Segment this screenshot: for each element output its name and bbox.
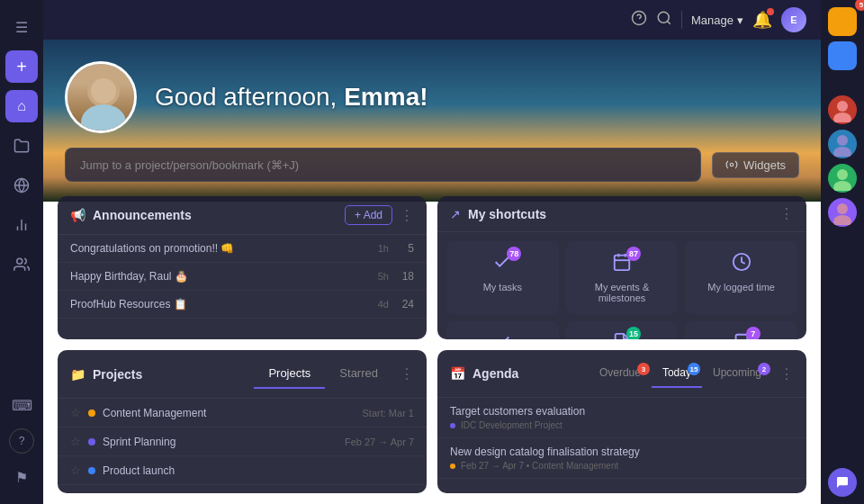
svg-point-20 <box>833 112 851 122</box>
project-date-1: Start: Mar 1 <box>363 408 414 418</box>
bookmarks-badge: 7 <box>746 327 760 339</box>
shortcuts-title: My shortcuts <box>468 207 546 221</box>
workspace-square-blue[interactable] <box>828 41 857 70</box>
tasks-badge: 78 <box>507 247 521 261</box>
sidebar-item-add[interactable]: + <box>5 50 38 83</box>
tab-overdue[interactable]: Overdue 3 <box>589 359 652 388</box>
project-dot-3 <box>88 467 95 474</box>
sidebar-item-flag[interactable]: ⚑ <box>5 461 38 493</box>
sidebar-item-people[interactable] <box>5 248 38 281</box>
search-bar[interactable]: Jump to a project/person/bookmark (⌘+J) <box>65 148 701 182</box>
svg-point-26 <box>833 215 851 225</box>
bottom-panels-row: 📁 Projects Projects Starred ⋮ ☆ Content … <box>43 350 821 504</box>
announcements-header: 📢 Announcements + Add ⋮ <box>58 196 427 235</box>
shortcut-logged-time[interactable]: My logged time <box>685 241 797 314</box>
project-item-2[interactable]: ☆ Sprint Planning Feb 27 → Apr 7 <box>58 428 427 456</box>
sidebar-item-help[interactable]: ? <box>9 428 34 454</box>
agenda-header: 📅 Agenda Overdue 3 Today 15 <box>437 350 806 398</box>
star-icon-3[interactable]: ☆ <box>70 464 81 477</box>
shortcut-my-tasks[interactable]: 78 My tasks <box>446 241 559 314</box>
tab-upcoming[interactable]: Upcoming 2 <box>702 359 772 388</box>
star-icon-1[interactable]: ☆ <box>70 406 81 419</box>
project-name-1: Content Management <box>103 407 356 419</box>
time-icon <box>732 252 752 276</box>
widgets-label: Widgets <box>743 158 786 172</box>
shortcuts-icon: ↗ <box>450 207 461 221</box>
search-row: Jump to a project/person/bookmark (⌘+J) … <box>43 148 821 196</box>
agenda-item-1[interactable]: Target customers evaluation IDC Developm… <box>437 398 806 438</box>
search-icon[interactable] <box>656 10 672 30</box>
header-right: Manage ▾ 🔔 E <box>631 7 806 32</box>
shortcut-bookmarks[interactable]: 7 Bookmarks <box>685 321 797 339</box>
sidebar-item-globe[interactable] <box>5 169 38 202</box>
ann-count-2: 18 <box>396 270 414 283</box>
svg-point-23 <box>837 169 848 180</box>
chat-button[interactable] <box>828 468 857 497</box>
person-avatar-4[interactable] <box>828 198 857 227</box>
search-placeholder: Jump to a project/person/bookmark (⌘+J) <box>80 158 299 172</box>
shortcut-events[interactable]: 87 My events & milestones <box>566 241 679 314</box>
right-sidebar: 5 <box>821 0 864 504</box>
shortcuts-panel: ↗ My shortcuts ⋮ 78 My tasks <box>437 196 806 339</box>
announcements-title: Announcements <box>93 208 192 222</box>
svg-point-12 <box>91 78 116 104</box>
projects-title: Projects <box>93 367 142 382</box>
agenda-title-1: Target customers evaluation <box>450 405 794 418</box>
events-badge: 87 <box>626 247 641 261</box>
events-label: My events & milestones <box>573 282 671 303</box>
sidebar-item-folder[interactable] <box>5 130 38 162</box>
project-item-1[interactable]: ☆ Content Management Start: Mar 1 <box>58 399 427 428</box>
ann-meta-3: 4d <box>378 299 389 310</box>
tab-projects[interactable]: Projects <box>254 359 325 389</box>
announcements-more-icon[interactable]: ⋮ <box>400 207 414 224</box>
shortcut-activities[interactable]: My activities <box>446 321 559 339</box>
shortcuts-grid: 78 My tasks 87 My events & milestones <box>437 232 806 339</box>
add-announcement-button[interactable]: + Add <box>345 205 392 225</box>
sidebar-item-menu[interactable]: ☰ <box>5 11 38 43</box>
sidebar-item-keyboard[interactable]: ⌨ <box>5 389 38 421</box>
agenda-item-2[interactable]: New design catalog finalisation strategy… <box>437 438 806 479</box>
agenda-icon: 📅 <box>450 366 465 381</box>
agenda-dot-1 <box>450 423 455 428</box>
user-avatar-header[interactable]: E <box>781 7 806 32</box>
sidebar-item-home[interactable]: ⌂ <box>5 90 38 122</box>
agenda-title: Agenda <box>472 366 518 381</box>
svg-point-22 <box>833 147 851 157</box>
stickies-badge: 15 <box>626 327 641 339</box>
agenda-more-icon[interactable]: ⋮ <box>779 365 794 382</box>
tasks-label: My tasks <box>483 282 522 292</box>
widgets-button[interactable]: Widgets <box>712 152 799 178</box>
agenda-panel: 📅 Agenda Overdue 3 Today 15 <box>437 350 806 493</box>
ann-meta-2: 5h <box>378 271 389 282</box>
person-avatar-2[interactable]: 5 <box>828 130 857 158</box>
manage-button[interactable]: Manage ▾ <box>691 14 743 27</box>
svg-line-9 <box>668 21 670 23</box>
project-dot-1 <box>88 410 95 417</box>
announcement-item-3[interactable]: ProofHub Resources 📋 4d 24 <box>58 291 427 319</box>
tasks-icon: 78 <box>492 252 512 276</box>
shortcuts-more-icon[interactable]: ⋮ <box>779 205 794 222</box>
person-avatar-3[interactable] <box>828 164 857 193</box>
projects-more-icon[interactable]: ⋮ <box>400 365 414 382</box>
star-icon-2[interactable]: ☆ <box>70 435 81 448</box>
user-avatar <box>65 61 137 133</box>
main-content: Manage ▾ 🔔 E <box>43 0 821 504</box>
help-icon[interactable] <box>631 10 647 30</box>
ann-meta-1: 1h <box>378 243 389 254</box>
announcement-item-2[interactable]: Happy Birthday, Raul 🎂 5h 18 <box>58 263 427 291</box>
time-label: My logged time <box>707 282 775 292</box>
tab-starred[interactable]: Starred <box>325 359 392 389</box>
shortcut-stickies[interactable]: 15 Stickies <box>566 321 679 339</box>
notification-icon[interactable]: 🔔 <box>752 10 772 30</box>
workspace-square-yellow[interactable] <box>828 7 857 36</box>
person-avatar-1[interactable] <box>828 95 857 124</box>
agenda-title-2: New design catalog finalisation strategy <box>450 446 794 458</box>
tab-today[interactable]: Today 15 <box>652 359 702 388</box>
announcement-item-1[interactable]: Congratulations on promotion!! 👊 1h 5 <box>58 235 427 263</box>
project-item-3[interactable]: ☆ Product launch <box>58 456 427 485</box>
svg-point-25 <box>837 203 848 214</box>
left-sidebar: ☰ + ⌂ ⌨ ? ⚑ <box>0 0 43 504</box>
project-dot-2 <box>88 438 95 446</box>
sidebar-item-chart[interactable] <box>5 209 38 241</box>
announcements-actions: + Add ⋮ <box>345 205 414 225</box>
